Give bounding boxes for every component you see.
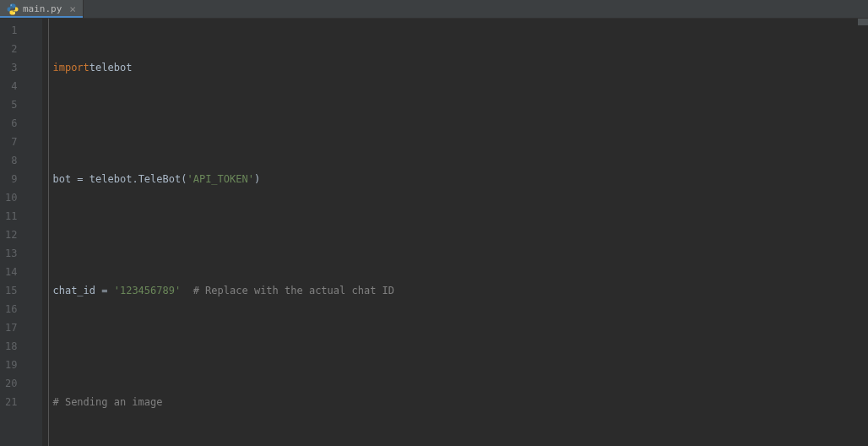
code-line[interactable]: [52, 337, 868, 356]
line-number: 15: [5, 281, 17, 300]
line-number: 21: [5, 393, 17, 411]
line-number: 4: [5, 77, 17, 95]
line-number: 20: [5, 374, 17, 393]
indent-guide: [42, 19, 49, 446]
code-line[interactable]: # Sending an image: [52, 393, 868, 411]
line-number: 19: [5, 356, 17, 374]
line-number: 18: [5, 337, 17, 356]
code-line[interactable]: chat_id = '123456789' # Replace with the…: [52, 281, 868, 300]
line-number: 5: [5, 95, 17, 114]
tab-label: main.py: [23, 3, 62, 14]
line-number: 16: [5, 300, 17, 318]
line-number: 1: [5, 21, 17, 40]
code-line[interactable]: [52, 226, 868, 244]
tab-main-py[interactable]: main.py ×: [0, 0, 84, 18]
line-number: 9: [5, 170, 17, 188]
scrollbar-corner: [858, 19, 868, 25]
tab-bar: main.py ×: [0, 0, 868, 19]
line-number: 2: [5, 40, 17, 58]
code-line[interactable]: [52, 114, 868, 133]
scrollbar-track[interactable]: [858, 19, 868, 446]
line-number: 17: [5, 318, 17, 337]
line-number: 8: [5, 151, 17, 170]
svg-point-0: [11, 4, 12, 5]
line-number: 11: [5, 207, 17, 226]
editor[interactable]: 1 2 3 4 5 6 7 8 9 10 11 12 13 14 15 16 1…: [0, 19, 868, 446]
line-number: 6: [5, 114, 17, 133]
line-number: 14: [5, 263, 17, 281]
close-icon[interactable]: ×: [69, 3, 76, 14]
line-number-gutter: 1 2 3 4 5 6 7 8 9 10 11 12 13 14 15 16 1…: [0, 19, 24, 446]
code-area[interactable]: import telebot bot = telebot.TeleBot('AP…: [49, 19, 868, 446]
line-number: 7: [5, 133, 17, 151]
line-number: 10: [5, 188, 17, 207]
code-line[interactable]: bot = telebot.TeleBot('API_TOKEN'): [52, 170, 868, 188]
line-number: 12: [5, 226, 17, 244]
gutter-margin: [24, 19, 42, 446]
svg-point-1: [14, 13, 14, 14]
line-number: 3: [5, 58, 17, 77]
code-line[interactable]: import telebot: [52, 58, 868, 77]
python-file-icon: [7, 3, 19, 15]
line-number: 13: [5, 244, 17, 263]
